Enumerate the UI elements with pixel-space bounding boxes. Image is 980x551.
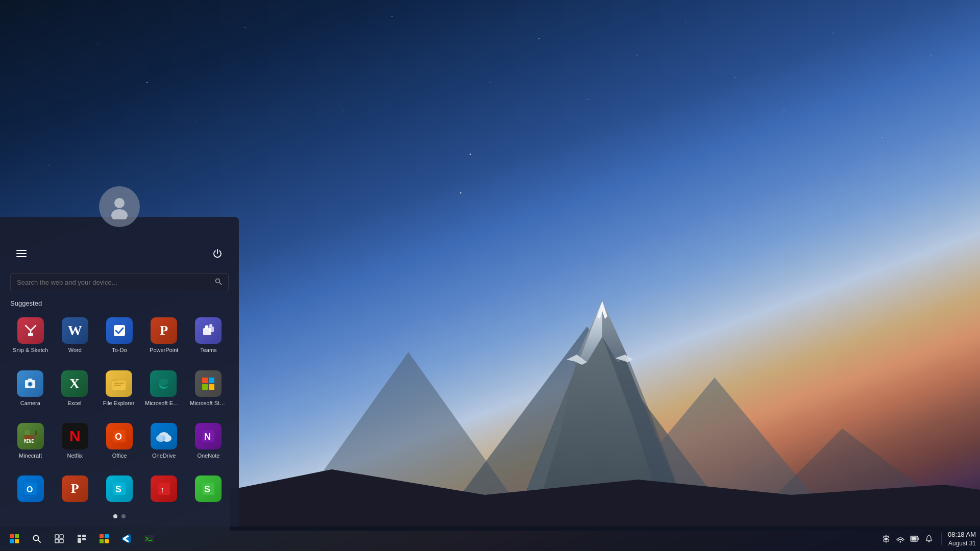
- svg-rect-39: [35, 433, 37, 435]
- onenote-icon: N: [195, 423, 222, 449]
- power-button[interactable]: [208, 244, 227, 265]
- svg-rect-31: [209, 378, 214, 383]
- snip-sketch-label: Snip & Sketch: [13, 347, 48, 354]
- svg-rect-70: [78, 538, 81, 543]
- svg-point-26: [29, 383, 32, 385]
- svg-rect-68: [78, 535, 81, 537]
- suggested-section: Suggested Snip & Sketch W: [0, 299, 239, 518]
- svg-rect-67: [60, 539, 63, 543]
- app-bottom-2[interactable]: P: [55, 471, 95, 506]
- app-powerpoint[interactable]: P PowerPoint: [144, 313, 184, 358]
- svg-rect-29: [114, 385, 121, 386]
- excel-label: Excel: [68, 400, 82, 407]
- svg-rect-15: [16, 253, 27, 254]
- settings-icon[interactable]: [880, 533, 892, 545]
- camera-icon: [17, 370, 43, 397]
- network-icon[interactable]: [894, 533, 906, 545]
- taskbar-divider: [941, 533, 942, 545]
- clock[interactable]: 08:18 AM August 31: [948, 530, 976, 548]
- bottom4-icon: ↑: [151, 475, 177, 502]
- apps-row4-grid: O P S: [10, 471, 229, 506]
- app-edge[interactable]: Microsoft Edg...: [143, 366, 184, 411]
- bottom3-icon: S: [106, 475, 133, 502]
- user-avatar-container: [99, 186, 140, 227]
- search-icon[interactable]: [215, 278, 222, 287]
- user-avatar[interactable]: [99, 186, 140, 227]
- minecraft-icon: MINE: [17, 423, 44, 449]
- teams-label: Teams: [200, 347, 216, 354]
- notification-icon[interactable]: [923, 533, 935, 545]
- svg-rect-30: [202, 378, 208, 383]
- pagination-dot-2[interactable]: [121, 514, 126, 518]
- app-excel[interactable]: X Excel: [55, 366, 95, 411]
- widgets-button[interactable]: [71, 529, 92, 549]
- svg-rect-32: [202, 384, 208, 390]
- bottom1-icon: O: [17, 475, 44, 502]
- search-input[interactable]: [17, 279, 215, 286]
- taskbar-right: 08:18 AM August 31: [880, 530, 976, 548]
- svg-rect-81: [918, 537, 919, 540]
- file-explorer-icon: [106, 370, 132, 397]
- app-todo[interactable]: To-Do: [99, 313, 139, 358]
- app-snip-sketch[interactable]: Snip & Sketch: [10, 313, 51, 358]
- app-file-explorer[interactable]: File Explorer: [99, 366, 139, 411]
- svg-rect-61: [15, 539, 19, 543]
- apps-row2-grid: Camera X Excel: [10, 366, 229, 411]
- app-bottom-4[interactable]: ↑: [144, 471, 184, 506]
- pagination-dot-1[interactable]: [113, 514, 117, 518]
- svg-point-79: [900, 541, 901, 542]
- svg-rect-22: [209, 327, 214, 332]
- bottom2-icon: P: [62, 475, 88, 502]
- svg-rect-65: [60, 535, 63, 538]
- battery-icon[interactable]: [909, 533, 921, 545]
- svg-rect-36: [30, 430, 35, 435]
- svg-rect-72: [100, 534, 104, 538]
- taskbar-search-button[interactable]: [27, 529, 47, 549]
- edge-label: Microsoft Edg...: [145, 400, 182, 407]
- app-bottom-5[interactable]: S: [188, 471, 229, 506]
- svg-rect-38: [35, 430, 37, 433]
- desktop: Suggested Snip & Sketch W: [0, 0, 980, 551]
- netflix-label: Netflix: [67, 453, 83, 459]
- app-minecraft[interactable]: MINE Minecraft: [10, 419, 51, 463]
- taskbar-store-icon[interactable]: [94, 529, 114, 549]
- svg-text:↑: ↑: [160, 485, 164, 494]
- netflix-icon: N: [62, 423, 88, 449]
- app-onenote[interactable]: N OneNote: [188, 419, 229, 463]
- start-button[interactable]: [4, 529, 24, 549]
- svg-point-78: [885, 537, 888, 540]
- svg-rect-16: [16, 256, 27, 257]
- app-office[interactable]: O Office: [99, 419, 139, 463]
- app-teams[interactable]: Teams: [188, 313, 229, 358]
- app-netflix[interactable]: N Netflix: [55, 419, 95, 463]
- svg-rect-66: [55, 539, 59, 543]
- app-onedrive[interactable]: OneDrive: [144, 419, 184, 463]
- app-bottom-3[interactable]: S: [99, 471, 139, 506]
- svg-rect-71: [82, 538, 86, 540]
- svg-point-24: [205, 325, 209, 329]
- apps-row3-grid: MINE Minecraft N Netflix: [10, 419, 229, 463]
- task-view-button[interactable]: [49, 529, 69, 549]
- app-bottom-1[interactable]: O: [10, 471, 51, 506]
- start-menu: Suggested Snip & Sketch W: [0, 217, 239, 527]
- svg-rect-34: [24, 430, 30, 435]
- svg-point-17: [216, 279, 220, 283]
- taskbar-left: [4, 529, 159, 549]
- svg-rect-19: [28, 333, 33, 336]
- onedrive-label: OneDrive: [152, 453, 176, 459]
- taskbar-terminal-icon[interactable]: [139, 529, 159, 549]
- minecraft-label: Minecraft: [19, 453, 42, 459]
- taskbar-vscode-icon[interactable]: [116, 529, 137, 549]
- app-ms-store[interactable]: Microsoft Store: [188, 366, 229, 411]
- svg-rect-82: [912, 537, 917, 540]
- app-camera[interactable]: Camera: [10, 366, 51, 411]
- suggested-label: Suggested: [10, 299, 229, 307]
- all-apps-button[interactable]: [12, 244, 31, 265]
- svg-point-23: [209, 324, 212, 327]
- svg-rect-28: [114, 383, 124, 384]
- ms-store-label: Microsoft Store: [190, 400, 227, 407]
- system-tray: [880, 533, 935, 545]
- app-word[interactable]: W Word: [55, 313, 95, 358]
- office-label: Office: [112, 453, 127, 459]
- svg-rect-73: [105, 534, 109, 538]
